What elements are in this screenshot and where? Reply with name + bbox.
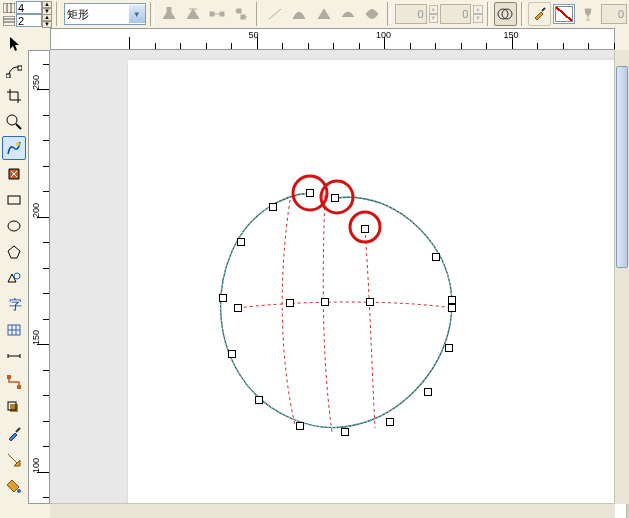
rectangle-tool[interactable] (2, 188, 26, 212)
delete-node-button (182, 2, 204, 26)
nodes-layer (50, 50, 615, 504)
crop-tool[interactable] (2, 84, 26, 108)
separator (56, 2, 60, 26)
opt2-spinner: ▲▼ (473, 5, 482, 23)
svg-line-15 (542, 8, 545, 11)
canvas-area[interactable] (50, 50, 615, 504)
option-value-2: 0 (440, 4, 472, 24)
smooth-node-button (337, 2, 359, 26)
edit-node[interactable] (341, 428, 349, 436)
separator (150, 2, 154, 26)
grid-rows-input[interactable] (16, 14, 42, 27)
grid-rows-field[interactable]: ▲▼ (2, 14, 52, 27)
svg-rect-0 (3, 3, 15, 13)
table-tool[interactable] (2, 318, 26, 342)
horizontal-ruler[interactable]: /*ticks rendered below*/ 50100150 (50, 28, 615, 50)
edit-node[interactable] (306, 189, 314, 197)
polygon-tool[interactable] (2, 240, 26, 264)
eyedropper-tool[interactable] (2, 422, 26, 446)
horizontal-scrollbar[interactable] (50, 503, 615, 518)
join-nodes-button (206, 2, 228, 26)
edit-node[interactable] (255, 396, 263, 404)
edit-node[interactable] (366, 298, 374, 306)
svg-line-35 (16, 428, 20, 432)
fill-tool[interactable] (2, 474, 26, 498)
separator (487, 2, 491, 26)
edit-node[interactable] (361, 225, 369, 233)
rows-icon (2, 14, 16, 27)
to-curve-button (288, 2, 310, 26)
pointer-tool[interactable] (2, 32, 26, 56)
grid-size-group: ▲▼ ▲▼ (2, 1, 52, 27)
effects-tool[interactable] (2, 396, 26, 420)
svg-point-18 (7, 115, 17, 125)
svg-point-36 (17, 489, 21, 493)
edit-node[interactable] (228, 350, 236, 358)
svg-rect-10 (237, 9, 241, 13)
zoom-tool[interactable] (2, 110, 26, 134)
edit-node[interactable] (331, 194, 339, 202)
text-tool[interactable]: 字 (2, 292, 26, 316)
vertical-ruler[interactable]: 100150200250 (28, 50, 50, 504)
svg-line-19 (16, 124, 21, 129)
edit-node[interactable] (445, 344, 453, 352)
edit-node[interactable] (448, 296, 456, 304)
outline-tool[interactable] (2, 448, 26, 472)
svg-line-12 (269, 9, 281, 19)
edit-node[interactable] (424, 388, 432, 396)
edit-node[interactable] (296, 422, 304, 430)
shape-combo-input[interactable] (65, 5, 129, 23)
edit-node[interactable] (269, 203, 277, 211)
svg-rect-16 (6, 74, 10, 78)
svg-rect-33 (10, 404, 18, 412)
smart-fill-tool[interactable] (2, 162, 26, 186)
svg-rect-32 (17, 385, 21, 389)
color-swatch-none[interactable] (553, 4, 575, 24)
cusp-node-button (313, 2, 335, 26)
rows-spinner[interactable]: ▲▼ (42, 14, 52, 27)
edit-node[interactable] (237, 238, 245, 246)
cols-icon (2, 1, 16, 14)
shape-combo[interactable]: ▼ (64, 3, 146, 25)
svg-rect-21 (8, 196, 20, 204)
ellipse-tool[interactable] (2, 214, 26, 238)
vertical-scrollbar[interactable] (614, 50, 629, 504)
edit-node[interactable] (432, 253, 440, 261)
eyedropper-button[interactable] (528, 2, 550, 26)
svg-rect-6 (167, 7, 171, 11)
separator (256, 2, 260, 26)
svg-rect-9 (220, 12, 224, 16)
overlap-button[interactable] (494, 2, 516, 26)
svg-rect-17 (18, 66, 22, 70)
svg-point-22 (8, 221, 20, 231)
connector-tool[interactable] (2, 370, 26, 394)
svg-text:字: 字 (9, 297, 22, 312)
edit-node[interactable] (386, 418, 394, 426)
break-node-button (230, 2, 252, 26)
toolbox: 字 (0, 28, 29, 518)
separator (387, 2, 391, 26)
edit-node[interactable] (286, 299, 294, 307)
edit-node[interactable] (321, 298, 329, 306)
svg-rect-31 (7, 375, 11, 379)
basic-shapes-tool[interactable] (2, 266, 26, 290)
shape-edit-tool[interactable] (2, 58, 26, 82)
edit-node[interactable] (448, 304, 456, 312)
edit-node[interactable] (234, 304, 242, 312)
svg-point-24 (14, 273, 20, 279)
edit-node[interactable] (219, 294, 227, 302)
scroll-thumb[interactable] (616, 66, 628, 268)
separator (521, 2, 525, 26)
svg-marker-23 (8, 246, 20, 258)
grid-cols-field[interactable]: ▲▼ (2, 1, 52, 14)
property-bar: ▲▼ ▲▼ ▼ 0 ▲▼ 0 ▲▼ 0 (0, 0, 629, 29)
wineglass-button (577, 2, 599, 26)
freehand-tool[interactable] (2, 136, 26, 160)
dimension-tool[interactable] (2, 344, 26, 368)
grid-cols-input[interactable] (16, 1, 42, 14)
option-value-3: 0 (601, 4, 627, 24)
chevron-down-icon[interactable]: ▼ (129, 5, 145, 23)
svg-rect-11 (241, 15, 245, 19)
symmetric-node-button (361, 2, 383, 26)
cols-spinner[interactable]: ▲▼ (42, 1, 52, 14)
